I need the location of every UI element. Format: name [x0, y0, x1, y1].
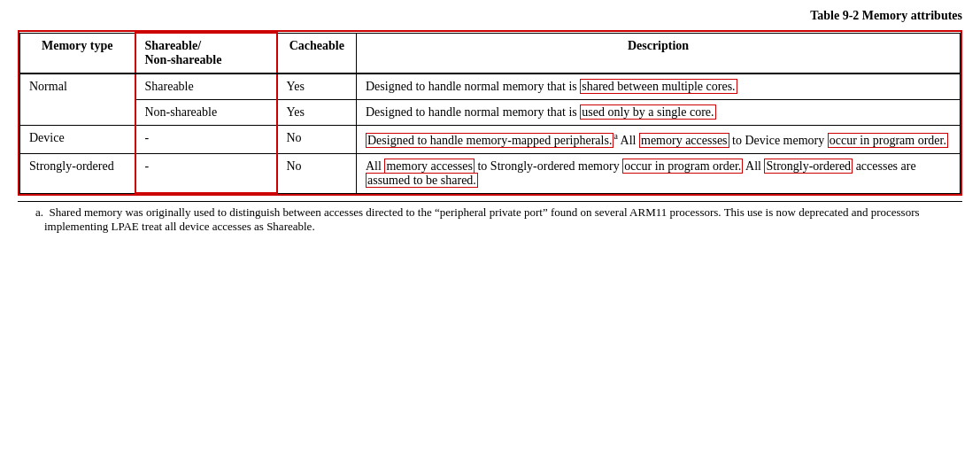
- shareable-nonshareable: Non-shareable: [135, 100, 277, 126]
- highlight-occur-program-order-device: occur in program order.: [828, 133, 948, 148]
- header-memory-type: Memory type: [20, 33, 135, 74]
- table-row: Strongly-ordered - No All memory accesse…: [20, 153, 961, 193]
- memory-type-strongly-ordered: Strongly-ordered: [20, 153, 135, 193]
- desc-normal-shareable: Designed to handle normal memory that is…: [357, 74, 961, 100]
- shareable-shareable: Shareable: [135, 74, 277, 100]
- footnote-label: a.: [35, 205, 50, 219]
- header-cacheable: Cacheable: [277, 33, 357, 74]
- header-description: Description: [357, 33, 961, 74]
- memory-attributes-table: Memory type Shareable/Non-shareable Cach…: [19, 32, 961, 194]
- table-title: Table 9-2 Memory attributes: [18, 9, 962, 23]
- desc-device: Designed to handle memory-mapped periphe…: [357, 126, 961, 154]
- highlight-device-peripherals: Designed to handle memory-mapped periphe…: [366, 133, 613, 148]
- cacheable-yes-1: Yes: [277, 74, 357, 100]
- table-row: Normal Shareable Yes Designed to handle …: [20, 74, 961, 100]
- table-header-row: Memory type Shareable/Non-shareable Cach…: [20, 33, 961, 74]
- memory-type-device: Device: [20, 126, 135, 154]
- shareable-device: -: [135, 126, 277, 154]
- memory-type-normal: Normal: [20, 74, 135, 126]
- highlight-assumed-shared: assumed to be shared.: [366, 173, 478, 188]
- table-row: Device - No Designed to handle memory-ma…: [20, 126, 961, 154]
- highlight-shared-between: shared between multiple cores.: [580, 79, 737, 94]
- shareable-strongly-ordered: -: [135, 153, 277, 193]
- cacheable-no-1: No: [277, 126, 357, 154]
- highlight-strongly-ordered: Strongly-ordered: [764, 159, 853, 174]
- highlight-used-only: used only by a single core.: [580, 104, 715, 120]
- highlight-memory-accesses-device: memory accesses: [639, 133, 729, 148]
- footnote-content: Shared memory was originally used to dis…: [44, 205, 920, 233]
- highlight-occur-program-order-so: occur in program order.: [622, 159, 743, 174]
- header-shareable: Shareable/Non-shareable: [135, 33, 277, 74]
- desc-strongly-ordered: All memory accesses to Strongly-ordered …: [357, 153, 961, 193]
- cacheable-no-2: No: [277, 153, 357, 193]
- table-row: Non-shareable Yes Designed to handle nor…: [20, 100, 961, 126]
- footnote-text: a. Shared memory was originally used to …: [35, 205, 962, 234]
- cacheable-yes-2: Yes: [277, 100, 357, 126]
- footnote-section: a. Shared memory was originally used to …: [18, 201, 962, 234]
- desc-normal-nonshareable: Designed to handle normal memory that is…: [357, 100, 961, 126]
- highlight-memory-accesses-so: memory accesses: [384, 159, 475, 174]
